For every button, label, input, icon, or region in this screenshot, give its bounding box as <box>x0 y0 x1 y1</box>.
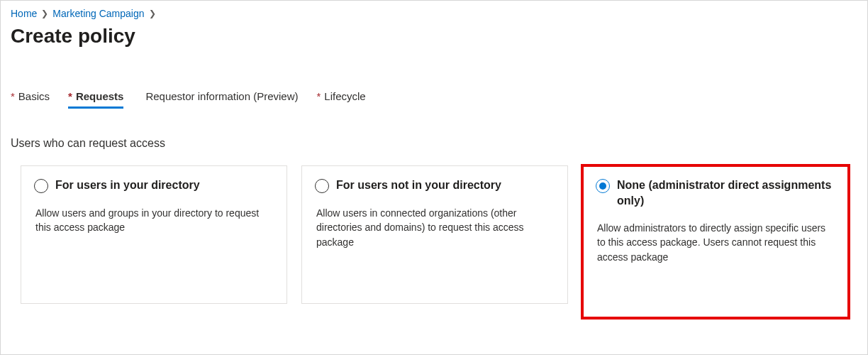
tabs: * Basics * Requests Requestor informatio… <box>11 90 857 109</box>
radio-icon[interactable] <box>34 179 48 193</box>
tab-requests[interactable]: * Requests <box>68 90 123 109</box>
request-options: For users in your directory Allow users … <box>11 165 857 318</box>
page-title: Create policy <box>11 25 857 48</box>
radio-icon[interactable] <box>315 179 329 193</box>
tab-label: Requestor information (Preview) <box>145 90 298 102</box>
required-indicator: * <box>317 90 321 102</box>
option-description: Allow administrators to directly assign … <box>596 221 835 264</box>
option-description: Allow users and groups in your directory… <box>34 206 274 235</box>
tab-label: Basics <box>18 90 50 102</box>
breadcrumb-marketing-campaign[interactable]: Marketing Campaign <box>52 8 144 19</box>
option-users-not-in-directory[interactable]: For users not in your directory Allow us… <box>301 165 568 304</box>
tab-requestor-information[interactable]: Requestor information (Preview) <box>142 90 298 109</box>
required-indicator: * <box>11 90 15 102</box>
chevron-right-icon: ❯ <box>149 9 156 18</box>
tab-label: Lifecycle <box>324 90 365 102</box>
radio-icon[interactable] <box>596 179 610 193</box>
tab-basics[interactable]: * Basics <box>11 90 50 109</box>
option-title: For users in your directory <box>55 178 200 193</box>
option-title: For users not in your directory <box>336 178 501 193</box>
chevron-right-icon: ❯ <box>41 9 48 18</box>
section-heading: Users who can request access <box>11 137 857 150</box>
option-none-admin-direct[interactable]: None (administrator direct assignments o… <box>582 165 849 318</box>
breadcrumb-home[interactable]: Home <box>11 8 37 19</box>
required-indicator: * <box>68 90 72 102</box>
option-description: Allow users in connected organizations (… <box>315 206 555 249</box>
tab-label: Requests <box>76 90 124 102</box>
breadcrumb: Home ❯ Marketing Campaign ❯ <box>11 8 857 19</box>
option-users-in-directory[interactable]: For users in your directory Allow users … <box>21 165 287 304</box>
tab-lifecycle[interactable]: * Lifecycle <box>317 90 366 109</box>
option-title: None (administrator direct assignments o… <box>617 178 835 208</box>
